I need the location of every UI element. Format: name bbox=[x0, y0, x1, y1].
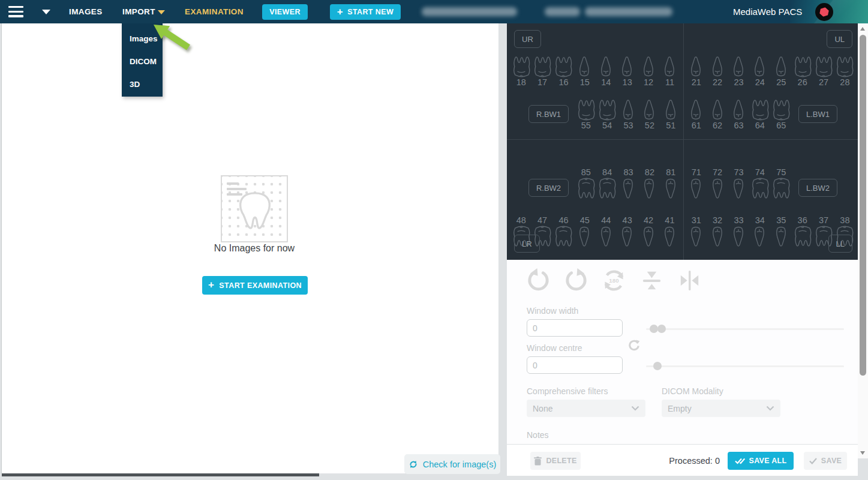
viewer-button[interactable]: VIEWER bbox=[262, 4, 308, 20]
quadrant-lr-button[interactable]: LR bbox=[514, 235, 540, 253]
tooth-74[interactable]: 74 bbox=[749, 167, 770, 200]
tooth-16[interactable]: 16 bbox=[553, 55, 574, 87]
tooth-84[interactable]: 84 bbox=[596, 167, 617, 200]
tooth-23[interactable]: 23 bbox=[728, 55, 749, 87]
tooth-72[interactable]: 72 bbox=[707, 167, 728, 200]
tooth-51[interactable]: 51 bbox=[660, 98, 681, 130]
tooth-82[interactable]: 82 bbox=[639, 167, 660, 200]
tooth-15[interactable]: 15 bbox=[574, 55, 595, 87]
tooth-18[interactable]: 18 bbox=[510, 55, 531, 87]
check-for-images-button[interactable]: Check for image(s) bbox=[404, 454, 500, 474]
slider-handle-high[interactable] bbox=[657, 325, 666, 333]
reset-window-icon[interactable] bbox=[628, 339, 640, 351]
rotate-ccw-button[interactable] bbox=[525, 268, 551, 293]
rotate-cw-button[interactable] bbox=[563, 268, 589, 293]
viewer-button-label: VIEWER bbox=[269, 8, 301, 16]
rotate-ccw-icon bbox=[525, 268, 551, 293]
window-centre-input[interactable] bbox=[527, 356, 623, 374]
tooth-27[interactable]: 27 bbox=[813, 55, 834, 87]
tooth-11[interactable]: 11 bbox=[659, 55, 680, 87]
rbw2-button[interactable]: R.BW2 bbox=[528, 179, 569, 197]
tooth-12[interactable]: 12 bbox=[638, 55, 659, 87]
tooth-17[interactable]: 17 bbox=[531, 55, 552, 87]
tooth-14[interactable]: 14 bbox=[596, 55, 617, 87]
horizontal-scrollbar[interactable] bbox=[2, 473, 499, 476]
tooth-34[interactable]: 34 bbox=[749, 215, 770, 248]
slider-track bbox=[646, 328, 844, 330]
flip-vertical-button[interactable] bbox=[639, 268, 665, 293]
tooth-21[interactable]: 21 bbox=[686, 55, 707, 87]
start-new-button[interactable]: + START NEW bbox=[330, 4, 401, 20]
tooth-71[interactable]: 71 bbox=[686, 167, 707, 200]
vertical-scrollbar-thumb[interactable] bbox=[860, 35, 866, 376]
tooth-36[interactable]: 36 bbox=[792, 215, 813, 248]
nav-item-import[interactable]: IMPORT bbox=[122, 0, 155, 23]
tooth-52[interactable]: 52 bbox=[639, 98, 660, 130]
scroll-down-arrow[interactable] bbox=[860, 451, 865, 455]
tooth-75[interactable]: 75 bbox=[771, 167, 792, 200]
horizontal-scrollbar-thumb[interactable] bbox=[2, 473, 319, 476]
quadrant-ul-button[interactable]: UL bbox=[827, 30, 852, 48]
rotate-180-button[interactable]: 180 bbox=[601, 268, 627, 293]
dicom-modality-select[interactable]: Empty bbox=[662, 400, 780, 417]
scroll-up-arrow[interactable] bbox=[860, 27, 865, 31]
tooth-number: 23 bbox=[734, 77, 743, 87]
vertical-scrollbar[interactable] bbox=[858, 23, 868, 458]
tooth-26[interactable]: 26 bbox=[792, 55, 813, 87]
tooth-number: 44 bbox=[601, 215, 611, 225]
quadrant-ll-button[interactable]: LL bbox=[828, 235, 852, 253]
import-menu-item-dicom[interactable]: DICOM bbox=[122, 50, 163, 73]
save-button[interactable]: SAVE bbox=[804, 452, 847, 470]
tooth-81[interactable]: 81 bbox=[660, 167, 681, 200]
import-caret-icon[interactable] bbox=[158, 10, 165, 14]
tooth-85[interactable]: 85 bbox=[575, 167, 596, 200]
import-menu-item-3d[interactable]: 3D bbox=[122, 73, 163, 96]
rbw1-button[interactable]: R.BW1 bbox=[528, 105, 569, 123]
slider-handle[interactable] bbox=[653, 362, 662, 370]
start-examination-button[interactable]: + START EXAMINATION bbox=[202, 276, 308, 295]
tooth-22[interactable]: 22 bbox=[707, 55, 728, 87]
tooth-53[interactable]: 53 bbox=[618, 98, 639, 130]
tooth-64[interactable]: 64 bbox=[749, 98, 770, 130]
tooth-45[interactable]: 45 bbox=[574, 215, 595, 248]
save-all-button[interactable]: SAVE ALL bbox=[728, 452, 794, 470]
window-width-input[interactable] bbox=[527, 319, 623, 337]
tooth-42[interactable]: 42 bbox=[638, 215, 659, 248]
lbw1-button[interactable]: L.BW1 bbox=[798, 105, 837, 123]
tooth-32[interactable]: 32 bbox=[707, 215, 728, 248]
tooth-55[interactable]: 55 bbox=[575, 98, 596, 130]
slider-handle-low[interactable] bbox=[650, 325, 658, 333]
nav-item-examination[interactable]: EXAMINATION bbox=[185, 0, 244, 23]
delete-button[interactable]: DELETE bbox=[530, 452, 581, 470]
quadrant-ur-button[interactable]: UR bbox=[514, 30, 541, 48]
comprehensive-filters-select[interactable]: None bbox=[527, 400, 645, 417]
tooth-63[interactable]: 63 bbox=[728, 98, 749, 130]
tooth-73[interactable]: 73 bbox=[728, 167, 749, 200]
tooth-35[interactable]: 35 bbox=[771, 215, 792, 248]
tooth-65[interactable]: 65 bbox=[771, 98, 792, 130]
tooth-46[interactable]: 46 bbox=[553, 215, 574, 248]
flip-horizontal-icon bbox=[677, 268, 702, 293]
teeth-row-upper-right-primary: R.BW1 5554535251 bbox=[522, 98, 681, 130]
tooth-61[interactable]: 61 bbox=[686, 98, 707, 130]
lbw2-button[interactable]: L.BW2 bbox=[798, 179, 837, 197]
window-width-label: Window width bbox=[527, 306, 578, 316]
tooth-31[interactable]: 31 bbox=[686, 215, 707, 248]
window-centre-slider[interactable] bbox=[646, 361, 844, 371]
nav-item-images[interactable]: IMAGES bbox=[69, 0, 103, 23]
tooth-25[interactable]: 25 bbox=[771, 55, 792, 87]
tooth-54[interactable]: 54 bbox=[596, 98, 617, 130]
tooth-28[interactable]: 28 bbox=[834, 55, 855, 87]
tooth-13[interactable]: 13 bbox=[617, 55, 638, 87]
tooth-33[interactable]: 33 bbox=[728, 215, 749, 248]
tooth-83[interactable]: 83 bbox=[618, 167, 639, 200]
tooth-41[interactable]: 41 bbox=[659, 215, 680, 248]
window-width-slider[interactable] bbox=[646, 324, 844, 334]
flip-horizontal-button[interactable] bbox=[677, 268, 702, 293]
tooth-24[interactable]: 24 bbox=[749, 55, 770, 87]
tooth-43[interactable]: 43 bbox=[617, 215, 638, 248]
nav-dropdown-caret-icon[interactable] bbox=[42, 10, 50, 14]
hamburger-menu-icon[interactable] bbox=[8, 6, 23, 17]
tooth-44[interactable]: 44 bbox=[596, 215, 617, 248]
tooth-62[interactable]: 62 bbox=[707, 98, 728, 130]
